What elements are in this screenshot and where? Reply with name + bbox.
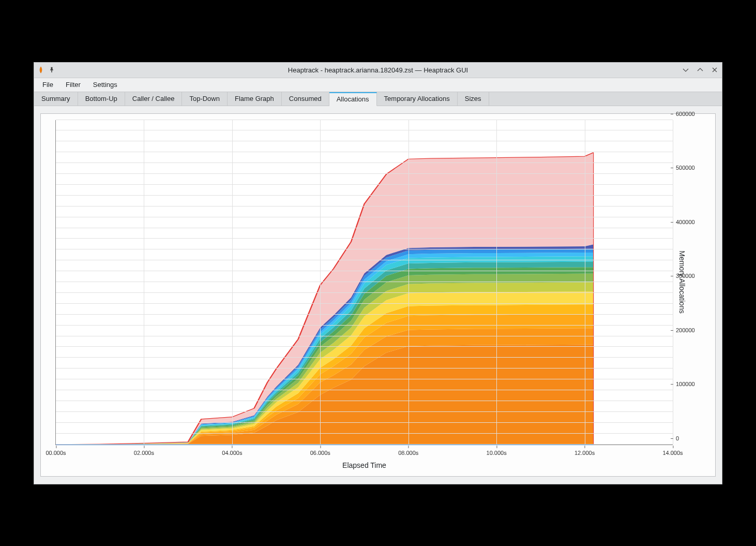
gridline-v (673, 120, 673, 445)
gridline-h (56, 206, 673, 206)
tab-flame-graph[interactable]: Flame Graph (228, 92, 282, 106)
gridline-h (56, 390, 673, 390)
x-tick-label: 14.000s (662, 450, 683, 456)
gridline-h (56, 325, 673, 326)
y-tick-label: 600000 (676, 111, 703, 117)
tab-consumed[interactable]: Consumed (282, 92, 329, 106)
chart-frame: Memory Allocations Elapsed Time 00.000s0… (40, 113, 716, 477)
titlebar: Heaptrack - heaptrack.arianna.182049.zst… (34, 63, 722, 78)
tab-top-down[interactable]: Top-Down (182, 92, 228, 106)
gridline-h (56, 163, 673, 163)
gridline-h (56, 282, 673, 282)
tab-sizes[interactable]: Sizes (458, 92, 489, 106)
menubar: File Filter Settings (34, 78, 722, 92)
gridline-h (56, 411, 673, 412)
gridline-v (496, 120, 497, 445)
gridline-h (56, 152, 673, 152)
tab-allocations[interactable]: Allocations (329, 92, 377, 106)
gridline-h (56, 292, 673, 293)
y-axis-label: Memory Allocations (677, 250, 686, 313)
tab-summary[interactable]: Summary (34, 92, 78, 106)
gridline-h (56, 141, 673, 141)
x-tick-label: 04.000s (222, 450, 242, 456)
gridline-h (56, 401, 673, 401)
gridline-h (56, 433, 673, 434)
tab-caller-callee[interactable]: Caller / Callee (125, 92, 183, 106)
gridline-h (56, 444, 673, 445)
x-tick-label: 10.000s (487, 450, 507, 456)
window-title: Heaptrack - heaptrack.arianna.182049.zst… (34, 66, 722, 74)
y-tick-label: 400000 (676, 219, 703, 225)
y-tick-label: 200000 (676, 327, 703, 333)
gridline-v (320, 120, 321, 445)
x-tick-label: 06.000s (310, 450, 330, 456)
menu-file[interactable]: File (37, 79, 58, 90)
gridline-h (56, 303, 673, 304)
plot-area[interactable]: Memory Allocations Elapsed Time 00.000s0… (55, 120, 673, 445)
gridline-v (585, 120, 585, 445)
y-tick-label: 500000 (676, 165, 703, 171)
gridline-h (56, 422, 673, 423)
app-window: Heaptrack - heaptrack.arianna.182049.zst… (34, 62, 722, 484)
gridline-h (56, 368, 673, 368)
gridline-h (56, 120, 673, 120)
tabbar: Summary Bottom-Up Caller / Callee Top-Do… (34, 92, 722, 106)
stacked-area-chart (56, 120, 673, 445)
x-tick-label: 08.000s (398, 450, 418, 456)
y-tick-label: 300000 (676, 273, 703, 279)
gridline-h (56, 249, 673, 249)
gridline-h (56, 379, 673, 379)
x-tick-label: 12.000s (574, 450, 595, 456)
gridline-h (56, 336, 673, 336)
gridline-v (144, 120, 144, 445)
tab-temporary-allocations[interactable]: Temporary Allocations (377, 92, 458, 106)
tab-bottom-up[interactable]: Bottom-Up (78, 92, 125, 106)
gridline-h (56, 130, 673, 130)
gridline-h (56, 217, 673, 217)
gridline-h (56, 271, 673, 271)
chart-container: Memory Allocations Elapsed Time 00.000s0… (34, 106, 722, 484)
menu-filter[interactable]: Filter (61, 79, 86, 90)
gridline-h (56, 228, 673, 228)
gridline-h (56, 173, 673, 174)
gridline-h (56, 314, 673, 315)
gridline-h (56, 357, 673, 358)
gridline-v (232, 120, 233, 445)
y-tick-label: 0 (676, 435, 703, 441)
gridline-h (56, 195, 673, 196)
gridline-h (56, 346, 673, 347)
gridline-h (56, 184, 673, 185)
gridline-v (409, 120, 409, 445)
x-tick-label: 00.000s (46, 450, 66, 456)
x-tick-label: 02.000s (134, 450, 154, 456)
gridline-h (56, 260, 673, 260)
gridline-h (56, 238, 673, 239)
y-tick-label: 100000 (676, 381, 703, 387)
x-axis-label: Elapsed Time (342, 461, 386, 469)
menu-settings[interactable]: Settings (88, 79, 123, 90)
